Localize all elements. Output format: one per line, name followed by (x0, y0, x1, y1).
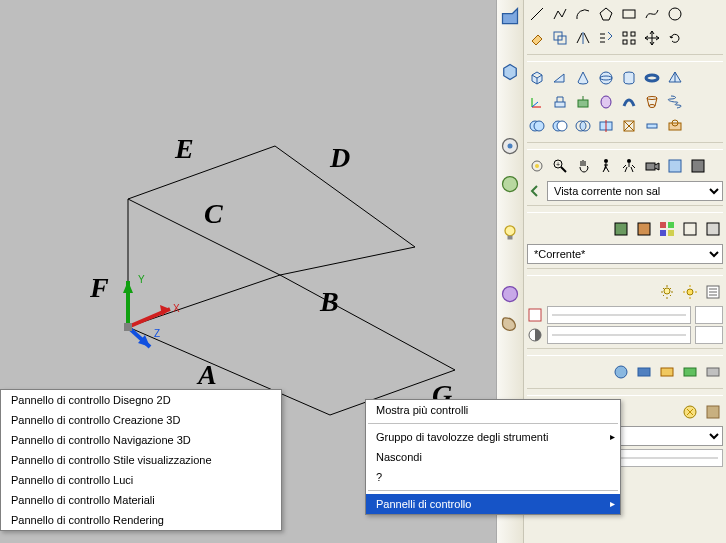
circle-icon[interactable] (665, 4, 685, 24)
vs-edge-icon[interactable] (680, 219, 700, 239)
fly-icon[interactable] (619, 156, 639, 176)
arc-icon[interactable] (573, 4, 593, 24)
vs-realistic-icon[interactable] (611, 219, 631, 239)
remove-material-icon[interactable] (680, 362, 700, 382)
submenu-item-draw2d[interactable]: Pannello di controllo Disegno 2D (1, 390, 281, 410)
cylinder-icon[interactable] (619, 68, 639, 88)
torus-icon[interactable] (642, 68, 662, 88)
zoom-extents-icon[interactable]: + (550, 156, 570, 176)
svg-marker-12 (123, 281, 133, 293)
walk-icon[interactable] (596, 156, 616, 176)
menu-tool-palettes[interactable]: Gruppo di tavolozze degli strumenti (366, 427, 620, 447)
svg-marker-19 (503, 9, 518, 24)
svg-point-23 (505, 226, 515, 236)
presspull-icon[interactable] (573, 92, 593, 112)
svg-rect-93 (707, 368, 719, 376)
materials-tools (527, 360, 723, 384)
menu-more-controls[interactable]: Mostra più controlli (366, 400, 620, 420)
label-f: F (89, 272, 109, 303)
svg-point-52 (534, 121, 544, 131)
erase-icon[interactable] (527, 28, 547, 48)
intersect-icon[interactable] (573, 116, 593, 136)
create-light-icon[interactable] (657, 282, 677, 302)
contrast-icon (527, 327, 543, 343)
materials-panel-icon[interactable] (500, 284, 520, 304)
menu-help[interactable]: ? (366, 467, 620, 487)
spline-icon[interactable] (642, 4, 662, 24)
polygon-icon[interactable] (596, 4, 616, 24)
render-panel-icon[interactable] (500, 314, 520, 334)
render-icon[interactable] (680, 402, 700, 422)
submenu-item-materials[interactable]: Pannello di controllo Materiali (1, 490, 281, 510)
menu-control-panels[interactable]: Pannelli di controllo (366, 494, 620, 514)
slice-icon[interactable] (596, 116, 616, 136)
polyline-icon[interactable] (550, 4, 570, 24)
submenu-item-render[interactable]: Pannello di controllo Rendering (1, 510, 281, 530)
pyramid-icon[interactable] (665, 68, 685, 88)
attach-material-icon[interactable] (657, 362, 677, 382)
submenu-item-nav3d[interactable]: Pannello di controllo Navigazione 3D (1, 430, 281, 450)
pan-icon[interactable] (573, 156, 593, 176)
contrast-slider[interactable] (547, 326, 691, 344)
ucs-icon[interactable] (527, 92, 547, 112)
revolve-icon[interactable] (596, 92, 616, 112)
align-icon[interactable] (596, 28, 616, 48)
lights-tools (527, 280, 723, 304)
move-icon[interactable] (642, 28, 662, 48)
brightness-value[interactable] (695, 306, 723, 324)
rectangle-icon[interactable] (619, 4, 639, 24)
mirror-icon[interactable] (573, 28, 593, 48)
rotate-icon[interactable] (665, 28, 685, 48)
box-icon[interactable] (527, 68, 547, 88)
svg-rect-24 (508, 236, 513, 240)
vs-xray-icon[interactable] (703, 219, 723, 239)
section-icon[interactable] (619, 116, 639, 136)
visualstyle-panel-icon[interactable] (500, 174, 520, 194)
light-list-icon[interactable] (703, 282, 723, 302)
union-icon[interactable] (527, 116, 547, 136)
wedge-icon[interactable] (550, 68, 570, 88)
sun-icon[interactable] (680, 282, 700, 302)
sweep-icon[interactable] (619, 92, 639, 112)
constrained-orbit-icon[interactable] (527, 156, 547, 176)
submenu-item-visstyle[interactable]: Pannello di controllo Stile visualizzazi… (1, 450, 281, 470)
previous-view-icon[interactable] (527, 183, 543, 199)
svg-marker-27 (600, 8, 612, 20)
array-icon[interactable] (619, 28, 639, 48)
materials-window-icon[interactable] (611, 362, 631, 382)
cone-icon[interactable] (573, 68, 593, 88)
menu-hide[interactable]: Nascondi (366, 447, 620, 467)
copy-icon[interactable] (550, 28, 570, 48)
visual-style-dropdown[interactable]: *Corrente* (527, 244, 723, 264)
nav3d-panel-icon[interactable] (500, 136, 520, 156)
draw2d-panel-icon[interactable] (500, 6, 520, 26)
solid-primitives (527, 66, 723, 90)
submenu-item-lights[interactable]: Pannello di controllo Luci (1, 470, 281, 490)
lights-panel-icon[interactable] (500, 222, 520, 242)
extrude-icon[interactable] (550, 92, 570, 112)
named-views-dropdown[interactable]: Vista corrente non sal (547, 181, 723, 201)
perspective-icon[interactable] (665, 156, 685, 176)
camera-icon[interactable] (642, 156, 662, 176)
sphere-icon[interactable] (596, 68, 616, 88)
thicken-icon[interactable] (642, 116, 662, 136)
create3d-panel-icon[interactable] (500, 62, 520, 82)
svg-point-89 (615, 366, 627, 378)
loft-icon[interactable] (642, 92, 662, 112)
material-toggle-icon[interactable] (703, 362, 723, 382)
line-icon[interactable] (527, 4, 547, 24)
svg-text:+: + (556, 161, 560, 168)
parallel-icon[interactable] (688, 156, 708, 176)
svg-line-7 (280, 275, 455, 370)
vs-manager-icon[interactable] (657, 219, 677, 239)
imprint-icon[interactable] (665, 116, 685, 136)
planar-map-icon[interactable] (634, 362, 654, 382)
label-a: A (196, 359, 217, 390)
vs-conceptual-icon[interactable] (634, 219, 654, 239)
render-env-icon[interactable] (703, 402, 723, 422)
contrast-value[interactable] (695, 326, 723, 344)
helix-icon[interactable] (665, 92, 685, 112)
submenu-item-create3d[interactable]: Pannello di controllo Creazione 3D (1, 410, 281, 430)
brightness-slider[interactable] (547, 306, 691, 324)
subtract-icon[interactable] (550, 116, 570, 136)
